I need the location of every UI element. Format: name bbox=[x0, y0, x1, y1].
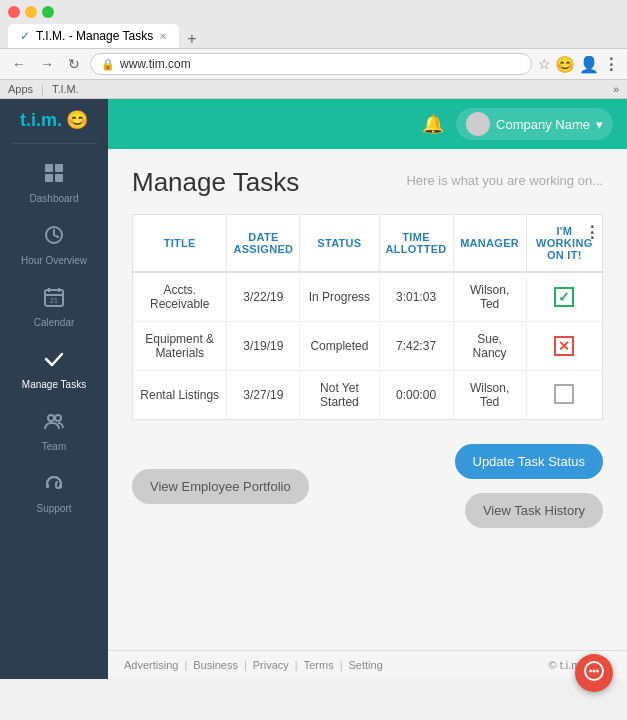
calendar-icon: 21 bbox=[43, 286, 65, 313]
row1-status: In Progress bbox=[300, 272, 379, 322]
svg-rect-3 bbox=[55, 174, 63, 182]
col-time-allotted: TIMEALLOTTED bbox=[379, 215, 453, 273]
sidebar-item-hour-overview[interactable]: Hour Overview bbox=[0, 214, 108, 276]
extensions-chevron[interactable]: » bbox=[613, 83, 619, 95]
sidebar-divider bbox=[11, 143, 97, 144]
right-buttons: Update Task Status View Task History bbox=[455, 444, 604, 528]
traffic-dot-red[interactable] bbox=[8, 6, 20, 18]
footer: Advertising | Business | Privacy | Terms… bbox=[108, 650, 627, 679]
support-icon bbox=[43, 472, 65, 499]
table-row: Accts. Receivable 3/22/19 In Progress 3:… bbox=[133, 272, 603, 322]
chat-bubble[interactable] bbox=[575, 654, 613, 692]
sidebar-item-calendar[interactable]: 21 Calendar bbox=[0, 276, 108, 338]
sidebar-item-label-dashboard: Dashboard bbox=[30, 193, 79, 204]
user-menu[interactable]: Company Name ▾ bbox=[456, 108, 613, 140]
svg-rect-2 bbox=[45, 174, 53, 182]
forward-button[interactable]: → bbox=[36, 54, 58, 74]
sidebar-item-label-support: Support bbox=[36, 503, 71, 514]
more-options-icon[interactable]: ⋮ bbox=[584, 223, 600, 242]
action-row: View Employee Portfolio Update Task Stat… bbox=[132, 444, 603, 528]
row3-status: Not Yet Started bbox=[300, 371, 379, 420]
back-button[interactable]: ← bbox=[8, 54, 30, 74]
extension-divider: | bbox=[41, 83, 44, 95]
page-title: Manage Tasks bbox=[132, 167, 299, 198]
apps-label[interactable]: Apps bbox=[8, 83, 33, 95]
new-tab-button[interactable]: + bbox=[181, 30, 202, 48]
svg-point-10 bbox=[48, 415, 54, 421]
row2-working[interactable]: ✕ bbox=[526, 322, 602, 371]
footer-link-business[interactable]: Business bbox=[193, 659, 238, 671]
row2-status: Completed bbox=[300, 322, 379, 371]
smiley-icon-2: 👤 bbox=[579, 55, 599, 74]
row2-date: 3/19/19 bbox=[227, 322, 300, 371]
svg-point-11 bbox=[55, 415, 61, 421]
browser-tab[interactable]: ✓ T.I.M. - Manage Tasks ✕ bbox=[8, 24, 179, 48]
sidebar-item-dashboard[interactable]: Dashboard bbox=[0, 152, 108, 214]
row1-date: 3/22/19 bbox=[227, 272, 300, 322]
traffic-dot-yellow[interactable] bbox=[25, 6, 37, 18]
menu-dots-icon[interactable]: ⋮ bbox=[603, 55, 619, 74]
tab-close-icon[interactable]: ✕ bbox=[159, 31, 167, 42]
svg-point-17 bbox=[596, 669, 599, 672]
sidebar-item-manage-tasks[interactable]: Manage Tasks bbox=[0, 338, 108, 400]
row1-time: 3:01:03 bbox=[379, 272, 453, 322]
smiley-icon-1: 😊 bbox=[555, 55, 575, 74]
page-header: Manage Tasks Here is what you are workin… bbox=[132, 167, 603, 198]
row3-date: 3/27/19 bbox=[227, 371, 300, 420]
task-table: TITLE DATEASSIGNED STATUS TIMEALLOTTED M… bbox=[132, 214, 603, 420]
svg-rect-1 bbox=[55, 164, 63, 172]
logo-emoji: 😊 bbox=[66, 109, 88, 131]
svg-point-16 bbox=[593, 669, 596, 672]
row3-time: 0:00:00 bbox=[379, 371, 453, 420]
row2-manager: Sue, Nancy bbox=[453, 322, 526, 371]
sidebar-item-support[interactable]: Support bbox=[0, 462, 108, 524]
bookmark-icon[interactable]: ☆ bbox=[538, 56, 551, 72]
footer-link-terms[interactable]: Terms bbox=[304, 659, 334, 671]
team-icon bbox=[43, 410, 65, 437]
col-title: TITLE bbox=[133, 215, 227, 273]
browser-chrome: ✓ T.I.M. - Manage Tasks ✕ + ← → ↻ 🔒 www.… bbox=[0, 0, 627, 99]
main-content: Manage Tasks Here is what you are workin… bbox=[108, 149, 627, 650]
sidebar-item-label-manage-tasks: Manage Tasks bbox=[22, 379, 86, 390]
col-date-assigned: DATEASSIGNED bbox=[227, 215, 300, 273]
logo-text: t.i.m. bbox=[20, 110, 62, 131]
row1-working[interactable]: ✓ bbox=[526, 272, 602, 322]
sidebar-item-team[interactable]: Team bbox=[0, 400, 108, 462]
svg-text:21: 21 bbox=[50, 297, 58, 304]
table-row: Rental Listings 3/27/19 Not Yet Started … bbox=[133, 371, 603, 420]
footer-links: Advertising | Business | Privacy | Terms… bbox=[124, 659, 383, 671]
footer-link-privacy[interactable]: Privacy bbox=[253, 659, 289, 671]
avatar bbox=[466, 112, 490, 136]
sidebar: t.i.m. 😊 Dashboard Hour bbox=[0, 99, 108, 679]
footer-link-advertising[interactable]: Advertising bbox=[124, 659, 178, 671]
browser-actions: ☆ 😊 👤 ⋮ bbox=[538, 55, 619, 74]
app-container: t.i.m. 😊 Dashboard Hour bbox=[0, 99, 627, 679]
checkbox-empty[interactable] bbox=[554, 384, 574, 404]
row3-working[interactable] bbox=[526, 371, 602, 420]
row3-title: Rental Listings bbox=[133, 371, 227, 420]
address-text: www.tim.com bbox=[120, 57, 191, 71]
view-portfolio-button[interactable]: View Employee Portfolio bbox=[132, 469, 309, 504]
extensions-bar: Apps | T.I.M. » bbox=[0, 80, 627, 99]
col-manager: MANAGER bbox=[453, 215, 526, 273]
view-history-button[interactable]: View Task History bbox=[465, 493, 603, 528]
refresh-button[interactable]: ↻ bbox=[64, 54, 84, 74]
checkbox-checked-red[interactable]: ✕ bbox=[554, 336, 574, 356]
table-row: Equipment & Materials 3/19/19 Completed … bbox=[133, 322, 603, 371]
bell-icon[interactable]: 🔔 bbox=[422, 113, 444, 135]
extension-tim[interactable]: T.I.M. bbox=[52, 83, 79, 95]
update-status-button[interactable]: Update Task Status bbox=[455, 444, 604, 479]
hour-overview-icon bbox=[43, 224, 65, 251]
dashboard-icon bbox=[43, 162, 65, 189]
sidebar-item-label-calendar: Calendar bbox=[34, 317, 75, 328]
table-header-row: TITLE DATEASSIGNED STATUS TIMEALLOTTED M… bbox=[133, 215, 603, 273]
footer-link-setting[interactable]: Setting bbox=[349, 659, 383, 671]
user-label: Company Name bbox=[496, 117, 590, 132]
page-subtitle: Here is what you are working on... bbox=[406, 173, 603, 188]
address-bar[interactable]: 🔒 www.tim.com bbox=[90, 53, 532, 75]
checkbox-checked-green[interactable]: ✓ bbox=[554, 287, 574, 307]
col-status: STATUS bbox=[300, 215, 379, 273]
sidebar-item-label-hour-overview: Hour Overview bbox=[21, 255, 87, 266]
traffic-dot-green[interactable] bbox=[42, 6, 54, 18]
row1-title: Accts. Receivable bbox=[133, 272, 227, 322]
